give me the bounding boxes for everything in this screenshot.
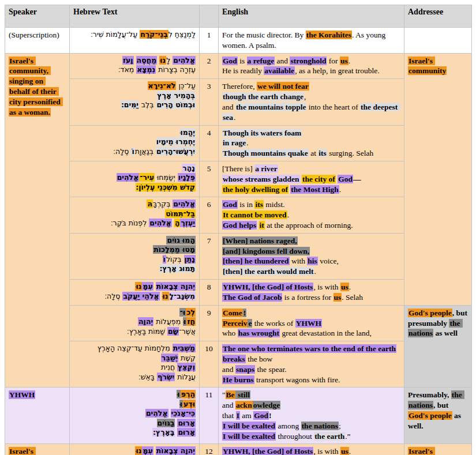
row-verse-12: Israel's community, singing on behalf of… <box>5 444 472 455</box>
highlight-gold: the city of <box>302 175 336 183</box>
english-cell-verse-7: [When] nations raged,[and] kingdoms fell… <box>219 233 404 279</box>
plain-text: the spear. <box>255 365 286 374</box>
plain-text: 12 <box>205 447 213 455</box>
highlight-purple: YHWH, [the God] of Hosts <box>222 283 313 291</box>
speaker-cell-superscription: (Superscription) <box>5 28 70 54</box>
highlight-orange: ackn <box>235 401 253 409</box>
highlight-gold: it <box>259 221 265 230</box>
plain-text: 8 <box>207 283 211 291</box>
highlight-purple: יְהוָה צְבָאוֹת <box>156 282 196 291</box>
text-line: God is in its midst. <box>222 200 400 210</box>
highlight-purple: מַחֲסֶה <box>136 56 158 65</box>
highlight-purple: YHWH <box>295 319 322 328</box>
text-line: whose streams gladden the city of God— <box>222 174 400 185</box>
highlight-orange: Come <box>222 309 243 317</box>
plain-text: .” <box>345 432 350 441</box>
highlight-purple: עִמָּ <box>142 282 153 291</box>
plain-text: בְּקִרְבָּ <box>153 200 173 208</box>
plain-text: surging. Selah <box>327 149 373 157</box>
text-line: The one who terminates wars to the end o… <box>222 344 400 354</box>
highlight-orange: חֲז <box>186 317 196 326</box>
text-line: that I am God! <box>222 411 400 421</box>
hebrew-cell-verse-10: מַשְׁבִּית מִלְחָמוֹת עַד־קְצֵה הָאָרֶץק… <box>70 341 200 388</box>
plain-text: is a fortress for <box>282 293 333 302</box>
highlight-gray: still <box>235 390 250 399</box>
highlight-purple: YHWH <box>9 390 35 399</box>
num-cell-verse-8: 8 <box>200 280 219 306</box>
highlight-orange: Israel's community <box>408 447 447 455</box>
highlight-silver: in rage <box>222 138 246 147</box>
english-cell-verse-6: God is in its midst.It cannot be moved.G… <box>219 197 404 233</box>
highlight-purple: וְקִצֵּץ <box>177 363 196 371</box>
highlight-purple: The God of Jacob <box>222 293 282 302</box>
row-verse-11: YHWHהַרְפּוּוּדְעוּכִּי־אָנֹכִי אֱלֹהִים… <box>5 388 472 444</box>
highlight-orange: Israel's community, singing on behalf of… <box>9 57 63 116</box>
header-hebrew: Hebrew Text <box>70 5 200 28</box>
highlight-purple: I will be exalted <box>222 422 276 430</box>
highlight-gold: בַּל־תִּמּוֹט <box>165 209 196 218</box>
highlight-purple: his <box>307 257 318 265</box>
plain-text: the bow <box>246 355 273 363</box>
highlight-orange: וּדְע <box>183 400 196 408</box>
highlight-orange: לֹא־נִירָא <box>148 81 177 90</box>
text-line: כִּי־אָנֹכִי אֱלֹהִים <box>73 409 196 419</box>
text-line: [then] the earth would melt. <box>222 266 400 277</box>
plain-text: at the approach of morning. <box>265 221 353 230</box>
highlight-silver: יֶהֱמוּ <box>179 128 196 137</box>
highlight-purple: פְּלָגָיו <box>178 173 196 182</box>
plain-text: 7 <box>207 236 211 245</box>
header-verse-number <box>200 5 219 28</box>
text-line: and the mountains topple into the heart … <box>222 102 400 123</box>
text-line: He is readily available, as a help, in g… <box>222 66 400 76</box>
plain-text: , <box>304 92 306 101</box>
text-line: אָרוּם בַגּוֹיִם <box>73 419 196 428</box>
hebrew-cell-superscription: לַמְנַצֵּחַ לִבְנֵי־קֹרַח עַל־עֲלָמוֹת ש… <box>70 28 200 54</box>
plain-text: 2 <box>207 57 211 65</box>
highlight-lightpurple: מִשְׂגָּב־לָ <box>169 292 196 300</box>
text-line: Though mountains quake at its surging. S… <box>222 148 400 159</box>
text-line: וּבְמוֹט הָרִים בְּלֶב יַמִּים׃ <box>73 100 196 110</box>
plain-text: חֲנִית <box>161 363 177 371</box>
plain-text: לַמְנַצֵּחַ לִ <box>168 30 196 39</box>
highlight-purple: has wrought <box>238 329 280 337</box>
plain-text: as well <box>433 329 458 337</box>
highlight-orange: we will not fear <box>257 82 309 91</box>
plain-text: He is readily <box>222 66 264 75</box>
highlight-orange: נוּ <box>162 292 169 300</box>
hebrew-cell-verse-12: יְהוָה צְבָאוֹת עִמָּנוּמִשְׂגָּב־לָנוּ … <box>70 444 200 455</box>
plain-text: among <box>276 422 301 430</box>
plain-text: , as a help, in great trouble. <box>295 66 380 75</box>
text-line: תָּמוּג אָרֶץ׃ <box>73 264 196 274</box>
row-verse-2: Israel's community, singing on behalf of… <box>5 53 472 79</box>
hebrew-cell-verse-3: עַל־כֵּן לֹא־נִירָאבְּהָמִיר אָרֶץוּבְמו… <box>70 79 200 125</box>
text-line: God helps it at the approach of morning. <box>222 220 400 231</box>
highlight-silver: [then] the earth would melt <box>222 267 314 276</box>
plain-text: . <box>339 185 341 194</box>
english-cell-superscription: For the music director. By the Korahites… <box>219 28 404 54</box>
highlight-lightpurple: בָּאָרֶץ׃ <box>152 428 175 437</box>
highlight-purple: שָׂם <box>167 327 179 336</box>
num-cell-verse-5: 5 <box>200 161 219 197</box>
english-cell-verse-11: "Be stilland acknowledgethat I am God!I … <box>219 388 404 444</box>
text-line: though the earth change, <box>222 92 400 102</box>
plain-text: and <box>222 103 235 111</box>
text-line: בְּהָמִיר אָרֶץ <box>73 91 196 101</box>
plain-text: 5 <box>207 164 211 173</box>
plain-text: [There is] <box>222 164 254 173</box>
addressee-cell-verse-2: Israel's community <box>404 53 472 305</box>
highlight-purple: עִמָּ <box>142 446 153 455</box>
num-cell-superscription: 1 <box>200 28 219 54</box>
hebrew-cell-verse-6: אֱלֹהִים בְּקִרְבָּהּבַּל־תִּמּוֹטיַעְזְ… <box>70 197 200 233</box>
highlight-purple: stronghold <box>290 57 327 65</box>
plain-text: סֶלָה׃ <box>104 292 122 300</box>
text-line <box>408 30 468 40</box>
text-line: וְקִצֵּץ חֲנִית <box>73 363 196 373</box>
plain-text: בְּלֶב <box>139 100 156 109</box>
text-line: חֲזוּ מִפְעֲלוֹת יְהוָה <box>73 317 196 327</box>
english-cell-verse-10: The one who terminates wars to the end o… <box>219 341 404 388</box>
psalm-analysis-table: Speaker Hebrew Text English Addressee (S… <box>5 5 472 455</box>
text-line: אָרוּם בָּאָרֶץ׃ <box>73 428 196 438</box>
text-line: the holy dwelling of the Most High. <box>222 185 400 195</box>
plain-text: . <box>287 210 289 219</box>
text-line: יְהוָה צְבָאוֹת עִמָּנוּ <box>73 446 196 455</box>
